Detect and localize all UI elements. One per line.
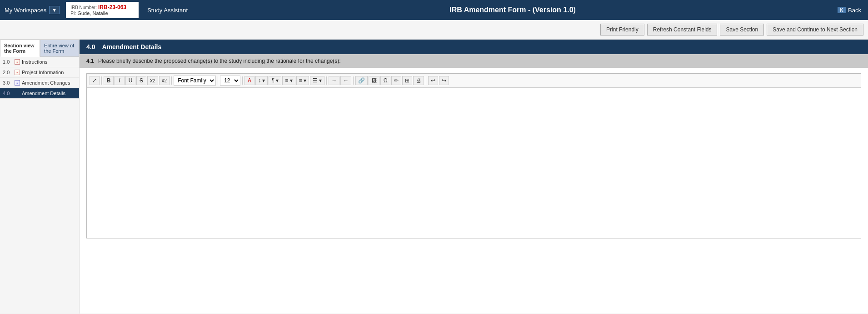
print-friendly-button[interactable]: Print Friendly [600, 24, 644, 35]
sidebar-item-number-1: 1.0 [3, 59, 13, 65]
rte-unordered-list-button[interactable]: ☰ ▾ [310, 76, 324, 85]
save-section-button[interactable]: Save Section [720, 24, 764, 35]
toolbar-divider-4 [242, 76, 243, 85]
tab-section-view[interactable]: Section view the Form [0, 40, 40, 57]
rte-font-size-select[interactable]: 12 [220, 76, 240, 86]
rte-table-button[interactable]: ⊞ [402, 76, 412, 85]
rte-image-button[interactable]: 🖼 [369, 76, 379, 85]
sidebar-item-label-details: Amendment Details [22, 91, 65, 96]
rte-text-color-button[interactable]: A [244, 76, 254, 85]
tab-entire-view[interactable]: Entire view of the Form [40, 40, 79, 56]
content-area: 4.0 Amendment Details 4.1 Please briefly… [80, 40, 868, 314]
pi-label: PI: [70, 11, 76, 16]
rte-superscript-button[interactable]: x2 [159, 76, 170, 85]
rte-toolbar: ⤢ B I U S x2 x2 Font Family 12 A ↕ ▾ [87, 74, 861, 88]
action-bar: Print Friendly Refresh Constant Fields S… [0, 20, 868, 40]
amendment-details-icon [15, 91, 20, 96]
irb-number-value: IRB-23-063 [98, 4, 126, 10]
sidebar-item-amendment-changes[interactable]: 3.0 ▪ Amendment Changes [0, 78, 79, 88]
sidebar-nav: 1.0 ▪ Instructions 2.0 ▪ Project Informa… [0, 57, 79, 99]
back-label: Back [848, 7, 861, 14]
rte-paragraph-button[interactable]: ¶ ▾ [269, 76, 281, 85]
refresh-constant-fields-button[interactable]: Refresh Constant Fields [647, 24, 718, 35]
view-tabs: Section view the Form Entire view of the… [0, 40, 79, 57]
study-assistant-link[interactable]: Study Assistant [140, 0, 195, 20]
rte-subscript-button[interactable]: x2 [147, 76, 158, 85]
my-workspaces-label: My Workspaces [5, 7, 46, 14]
toolbar-divider-6 [353, 76, 354, 85]
toolbar-divider-5 [326, 76, 327, 85]
rich-text-editor: ⤢ B I U S x2 x2 Font Family 12 A ↕ ▾ [86, 73, 861, 238]
rte-expand-button[interactable]: ⤢ [90, 76, 100, 85]
rte-underline-button[interactable]: U [125, 76, 135, 85]
rte-undo-button[interactable]: ↩ [428, 76, 438, 85]
rte-redo-button[interactable]: ↪ [439, 76, 449, 85]
rte-link-button[interactable]: 🔗 [355, 76, 368, 85]
sidebar-item-instructions[interactable]: 1.0 ▪ Instructions [0, 57, 79, 67]
rte-align-button[interactable]: ≡ ▾ [282, 76, 295, 85]
back-icon: K [838, 7, 846, 13]
rte-line-height-button[interactable]: ↕ ▾ [255, 76, 268, 85]
toolbar-divider-3 [218, 76, 218, 85]
sidebar-item-label-changes: Amendment Changes [22, 80, 70, 86]
save-and-continue-button[interactable]: Save and Continue to Next Section [767, 24, 863, 35]
sidebar: Section view the Form Entire view of the… [0, 40, 80, 314]
section-header: 4.0 Amendment Details [80, 40, 868, 54]
amendment-changes-icon: ▪ [15, 80, 20, 86]
sidebar-item-number-2: 2.0 [3, 70, 13, 75]
rte-strikethrough-button[interactable]: S [136, 76, 146, 85]
rte-italic-button[interactable]: I [115, 76, 125, 85]
rte-outdent-button[interactable]: ← [340, 76, 351, 85]
rte-indent-button[interactable]: → [329, 76, 339, 85]
toolbar-divider-2 [171, 76, 172, 85]
sidebar-item-number-4: 4.0 [3, 91, 13, 96]
rte-print-button[interactable]: 🖨 [413, 76, 424, 85]
section-number: 4.0 [86, 43, 95, 51]
sidebar-item-label-project: Project Information [22, 70, 64, 75]
section-title: Amendment Details [102, 43, 162, 51]
rte-pen-button[interactable]: ✏ [391, 76, 401, 85]
pi-value: Gude, Natalie [77, 10, 108, 16]
top-nav-bar: My Workspaces ▼ IRB Number: IRB-23-063 P… [0, 0, 868, 20]
question-number: 4.1 [86, 58, 94, 64]
question-row: 4.1 Please briefly describe the proposed… [80, 54, 868, 68]
back-button[interactable]: K Back [831, 0, 868, 20]
rte-special-chars-button[interactable]: Ω [380, 76, 390, 85]
irb-info-box: IRB Number: IRB-23-063 PI: Gude, Natalie [66, 2, 139, 18]
sidebar-item-label-instructions: Instructions [22, 59, 47, 65]
project-info-icon: ▪ [15, 70, 20, 75]
toolbar-divider-7 [426, 76, 426, 85]
sidebar-item-project-information[interactable]: 2.0 ▪ Project Information [0, 67, 79, 78]
workspaces-dropdown[interactable]: ▼ [49, 6, 60, 14]
rte-ordered-list-button[interactable]: ≡ ▾ [296, 76, 309, 85]
main-layout: Section view the Form Entire view of the… [0, 40, 868, 314]
irb-number-label: IRB Number: [70, 5, 97, 10]
form-title: IRB Amendment Form - (Version 1.0) [195, 6, 831, 14]
instructions-icon: ▪ [15, 59, 20, 65]
sidebar-item-number-3: 3.0 [3, 80, 13, 86]
question-text: Please briefly describe the proposed cha… [98, 58, 341, 64]
toolbar-divider-1 [101, 76, 102, 85]
rte-body[interactable] [87, 88, 861, 238]
my-workspaces-link[interactable]: My Workspaces ▼ [0, 0, 64, 20]
study-assistant-label: Study Assistant [147, 7, 188, 14]
sidebar-item-amendment-details[interactable]: 4.0 Amendment Details [0, 88, 79, 99]
rte-bold-button[interactable]: B [104, 76, 114, 85]
rte-font-family-select[interactable]: Font Family [174, 76, 216, 86]
